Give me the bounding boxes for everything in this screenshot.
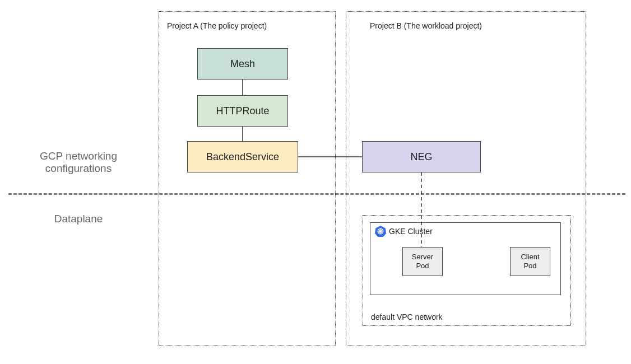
k8s-wheel-icon	[374, 225, 387, 237]
server-pod-node: Server Pod	[402, 247, 443, 276]
mesh-label: Mesh	[230, 58, 255, 70]
side-label-dataplane: Dataplane	[22, 213, 134, 225]
backendservice-label: BackendService	[206, 151, 279, 163]
neg-label: NEG	[410, 151, 432, 163]
client-pod-node: Client Pod	[510, 247, 550, 276]
project-b-title: Project B (The workload project)	[370, 21, 482, 30]
httproute-label: HTTPRoute	[216, 105, 269, 117]
gke-cluster-label: GKE Cluster	[389, 227, 433, 236]
httproute-node: HTTPRoute	[197, 95, 288, 127]
project-a-title: Project A (The policy project)	[167, 21, 267, 30]
vpc-network-label: default VPC network	[371, 312, 443, 321]
neg-node: NEG	[362, 141, 481, 172]
architecture-diagram: GCP networking configurations Dataplane …	[0, 0, 631, 364]
mesh-node: Mesh	[197, 48, 288, 80]
side-label-gcp: GCP networking configurations	[22, 150, 134, 175]
backendservice-node: BackendService	[187, 141, 298, 172]
